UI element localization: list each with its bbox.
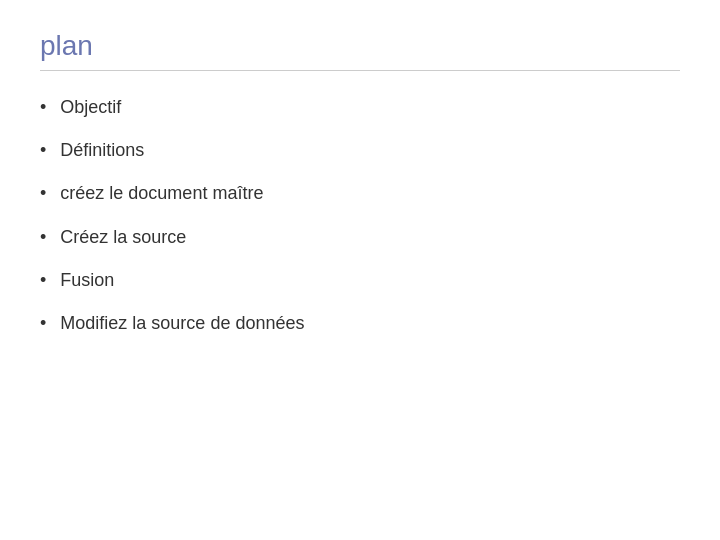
bullet-icon: • [40, 181, 46, 206]
list-item: •Créez la source [40, 225, 680, 250]
list-item-text: Modifiez la source de données [60, 311, 304, 336]
bullet-icon: • [40, 138, 46, 163]
list-item-text: Définitions [60, 138, 144, 163]
list-item-text: Créez la source [60, 225, 186, 250]
bullet-icon: • [40, 311, 46, 336]
list-item-text: Fusion [60, 268, 114, 293]
list-item-text: créez le document maître [60, 181, 263, 206]
list-item: •Modifiez la source de données [40, 311, 680, 336]
slide: plan •Objectif•Définitions•créez le docu… [0, 0, 720, 540]
content-list: •Objectif•Définitions•créez le document … [40, 95, 680, 354]
list-item: •Définitions [40, 138, 680, 163]
list-item: •Fusion [40, 268, 680, 293]
list-item: •Objectif [40, 95, 680, 120]
list-item: •créez le document maître [40, 181, 680, 206]
slide-title: plan [40, 30, 680, 71]
list-item-text: Objectif [60, 95, 121, 120]
bullet-icon: • [40, 268, 46, 293]
bullet-icon: • [40, 225, 46, 250]
bullet-icon: • [40, 95, 46, 120]
